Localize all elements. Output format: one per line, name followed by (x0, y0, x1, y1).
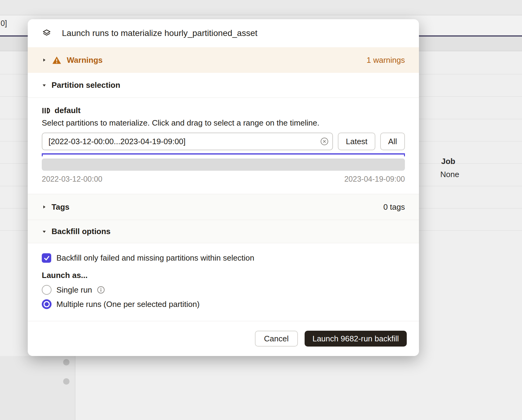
partition-range-input-wrap (42, 133, 333, 150)
chevron-right-icon (42, 58, 47, 62)
spacer (42, 314, 405, 321)
backfill-options-label: Backfill options (52, 227, 111, 236)
warnings-section-toggle[interactable]: Warnings 1 warnings (28, 47, 419, 73)
warning-triangle-icon (52, 56, 61, 64)
launch-backfill-button[interactable]: Launch 9682-run backfill (305, 331, 407, 347)
backfill-options-content: Backfill only failed and missing partiti… (28, 243, 419, 321)
multiple-runs-label[interactable]: Multiple runs (One per selected partitio… (56, 300, 200, 309)
single-run-radio[interactable] (42, 285, 52, 295)
dimension-name: default (55, 106, 80, 115)
backfill-only-failed-checkbox[interactable] (42, 253, 51, 263)
timeline-date-labels: 2022-03-12-00:00 2023-04-19-09:00 (42, 175, 405, 194)
clear-selection-button[interactable] (320, 137, 329, 146)
background-status-dot (63, 378, 70, 385)
chevron-down-icon (42, 229, 47, 234)
dialog-footer: Cancel Launch 9682-run backfill (28, 321, 419, 356)
warnings-label: Warnings (67, 55, 102, 65)
dialog-title: Launch runs to materialize hourly_partit… (62, 28, 257, 38)
tags-count: 0 tags (383, 202, 405, 212)
partition-timeline[interactable] (42, 158, 405, 171)
partition-selection-content: default Select partitions to materialize… (28, 98, 419, 194)
chevron-down-icon (42, 83, 47, 88)
partition-range-input[interactable] (42, 133, 333, 150)
selected-range-indicator (42, 153, 405, 156)
timeline-end-label: 2023-04-19-09:00 (344, 175, 405, 183)
launch-backfill-dialog: Launch runs to materialize hourly_partit… (28, 19, 419, 356)
checkmark-icon (43, 255, 50, 262)
backfill-only-failed-label[interactable]: Backfill only failed and missing partiti… (56, 253, 254, 263)
multiple-runs-radio[interactable] (42, 299, 52, 309)
dimension-row: default (42, 106, 405, 115)
all-button[interactable]: All (380, 133, 405, 150)
timeline-start-label: 2022-03-12-00:00 (42, 175, 102, 183)
tags-label: Tags (52, 202, 70, 212)
latest-button[interactable]: Latest (338, 133, 375, 150)
single-run-option[interactable]: Single run (42, 285, 405, 295)
partition-selection-section-toggle[interactable]: Partition selection (28, 73, 419, 98)
backfill-options-section-toggle[interactable]: Backfill options (28, 220, 419, 243)
tags-section-toggle[interactable]: Tags 0 tags (28, 194, 419, 220)
background-top-bar (0, 0, 522, 15)
layers-icon (42, 28, 52, 38)
background-left-panel (0, 356, 75, 420)
single-run-label[interactable]: Single run (56, 285, 92, 295)
background-job-column-header: Job (441, 157, 455, 166)
background-job-column-value: None (440, 170, 459, 179)
info-circle-icon[interactable] (97, 286, 105, 294)
multiple-runs-option[interactable]: Multiple runs (One per selected partitio… (42, 299, 405, 309)
partitions-icon (42, 106, 50, 115)
partition-selection-label: Partition selection (52, 80, 120, 90)
launch-as-label: Launch as... (42, 271, 405, 280)
background-status-dot (63, 359, 70, 365)
cancel-button[interactable]: Cancel (255, 331, 298, 347)
background-truncated-text: 0] (1, 19, 7, 28)
partition-input-row: Latest All (42, 133, 405, 150)
partition-instructions: Select partitions to materialize. Click … (42, 118, 405, 128)
chevron-right-icon (42, 205, 47, 209)
circle-x-icon (320, 137, 329, 146)
backfill-only-failed-row[interactable]: Backfill only failed and missing partiti… (42, 253, 405, 263)
dialog-header: Launch runs to materialize hourly_partit… (28, 19, 419, 47)
warnings-count: 1 warnings (366, 55, 405, 65)
